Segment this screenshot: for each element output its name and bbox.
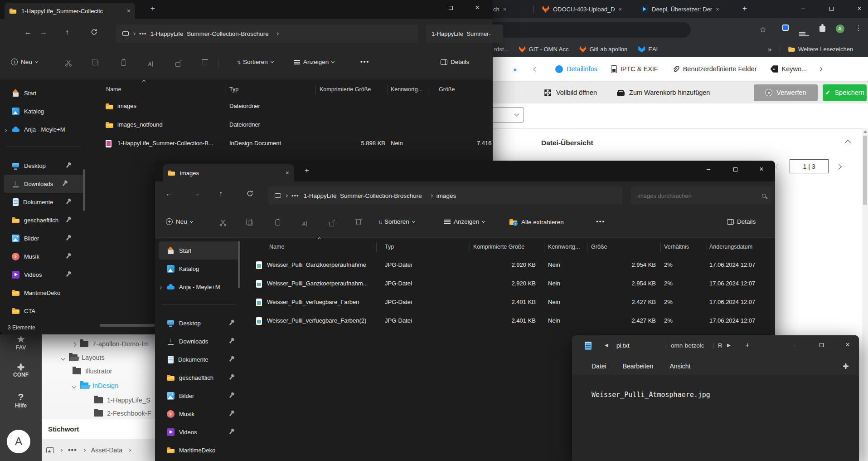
expander-chevron-icon[interactable]	[4, 126, 6, 133]
notepad-tab2[interactable]: omn-betzolc	[671, 342, 704, 349]
sidebar-item[interactable]: Katalog	[0, 102, 88, 120]
file-row[interactable]: images Dateiordner	[88, 97, 493, 116]
view-button[interactable]: Anzeigen	[444, 218, 485, 225]
tab-close-icon[interactable]: ×	[286, 169, 289, 177]
page-prev-icon[interactable]	[775, 164, 781, 170]
breadcrumb-folder[interactable]: 1-HappyLife_Summer-Collection-Broschure	[304, 192, 422, 199]
user-avatar[interactable]: A	[7, 430, 30, 453]
save-button[interactable]: ✓ Speichern	[823, 84, 867, 101]
minimize-button[interactable]: –	[797, 5, 810, 12]
sidebar-item[interactable]: MaritimeDeko	[0, 284, 88, 302]
breadcrumb-folder[interactable]: 1-HappyLife_Summer-Collection-Broschure	[150, 30, 269, 37]
refresh-icon[interactable]	[247, 190, 253, 199]
rename-icon[interactable]: A	[299, 220, 310, 227]
menu-datei[interactable]: Datei	[592, 363, 606, 370]
profile-avatar[interactable]: A	[835, 24, 845, 33]
new-button[interactable]: +Neu	[166, 218, 193, 225]
delete-icon[interactable]	[199, 59, 210, 67]
new-tab-icon[interactable]: +	[305, 166, 309, 175]
puzzle-extensions-icon[interactable]	[817, 25, 827, 34]
sidebar-item[interactable]: CTA	[0, 302, 88, 320]
up-icon[interactable]: ↑	[219, 190, 223, 198]
close-button[interactable]: ×	[755, 165, 768, 173]
tab-close-icon[interactable]: ×	[127, 7, 131, 15]
rail-item-help[interactable]: ? Hilfe	[0, 392, 42, 409]
column-header-password[interactable]: Kennwortg...	[391, 86, 422, 93]
breadcrumb-item[interactable]: Asset-Data	[91, 446, 122, 454]
sidebar-item[interactable]: geschaeftlich	[0, 211, 88, 229]
bookmarks-overflow-icon[interactable]: »	[768, 45, 771, 53]
notepad-tab3[interactable]: R	[718, 342, 723, 349]
search-input[interactable]	[637, 192, 751, 199]
search-icon[interactable]	[762, 194, 766, 198]
sidebar-item[interactable]: Downloads	[155, 332, 243, 350]
column-header-type[interactable]: Typ	[385, 244, 394, 250]
address-bar[interactable]	[480, 22, 691, 38]
file-row[interactable]: Weisser_Pulli_verfuegbare_Farben JPG-Dat…	[243, 293, 775, 312]
breadcrumb-ellipsis[interactable]: •••	[68, 446, 77, 454]
address-bar[interactable]: ••• 1-HappyLife_Summer-Collection-Brosch…	[116, 25, 418, 43]
chrome-menu-icon[interactable]: ⋮	[853, 24, 863, 32]
this-pc-icon[interactable]	[275, 193, 281, 198]
tabs-scroll-left-icon[interactable]: ◀	[605, 343, 608, 348]
sidebar-item[interactable]: Katalog	[155, 260, 243, 278]
sidebar-item[interactable]: Start	[159, 241, 240, 260]
bookmark-star-icon[interactable]: ☆	[758, 25, 768, 34]
maximize-button[interactable]	[815, 341, 828, 348]
column-header-size[interactable]: Größe	[439, 86, 455, 93]
sort-button[interactable]: ↑↓Sortieren	[378, 218, 415, 225]
search-box[interactable]	[426, 25, 503, 43]
tree-chevron-icon[interactable]	[62, 354, 65, 361]
menu-bearbeiten[interactable]: Bearbeiten	[623, 363, 654, 370]
file-row[interactable]: 1-HappyLife_Summer-Collection-B... InDes…	[88, 134, 493, 153]
cut-icon[interactable]	[218, 219, 228, 228]
bookmark-item[interactable]: EAI	[638, 46, 658, 53]
tab-close-icon[interactable]: ×	[716, 6, 719, 13]
fullscreen-button[interactable]: Vollbild öffnen	[556, 89, 597, 96]
extract-all-button[interactable]: Alle extrahieren	[509, 218, 564, 226]
new-tab-icon[interactable]: +	[745, 341, 750, 350]
maximize-button[interactable]	[825, 5, 838, 12]
bookmark-partial[interactable]: rdst...	[494, 46, 509, 53]
column-header-name[interactable]: Name	[269, 244, 284, 250]
view-button[interactable]: Anzeigen	[294, 59, 334, 65]
browser-tab-partial[interactable]: ch ×	[490, 3, 531, 15]
details-pane-button[interactable]: Details	[441, 59, 469, 65]
dam-tab[interactable]: IPTC & EXIF	[611, 65, 658, 73]
file-row[interactable]: Weisser_Pulli_Ganzkoerperaufnahm... JPG-…	[243, 275, 775, 293]
maximize-button[interactable]	[729, 166, 742, 173]
discard-button[interactable]: ✕ Verwerfen	[754, 84, 818, 101]
column-header-name[interactable]: Name	[106, 86, 121, 93]
new-button[interactable]: +Neu	[11, 59, 38, 65]
column-header-type[interactable]: Typ	[229, 86, 238, 93]
sidebar-item[interactable]: Bilder	[155, 387, 243, 405]
dam-tab[interactable]: Benutzerdefinierte Felder	[672, 65, 757, 73]
close-button[interactable]: ×	[471, 4, 484, 12]
sidebar-item[interactable]: Dokumente	[155, 350, 243, 368]
bookmark-item[interactable]: GitLab apollon	[579, 46, 627, 53]
cut-icon[interactable]	[63, 59, 74, 68]
tab-close-icon[interactable]: ×	[619, 6, 622, 13]
more-options-icon[interactable]: •••	[596, 218, 605, 225]
rail-item-conf[interactable]: CONF	[0, 363, 42, 378]
asset-image-icon[interactable]	[46, 447, 54, 453]
file-row[interactable]: Weisser_Pulli_Ganzkoerperaufnahme JPG-Da…	[243, 256, 775, 275]
sort-button[interactable]: ↑↓Sortieren	[237, 59, 273, 65]
page-next-icon[interactable]	[836, 164, 842, 170]
copy-icon[interactable]	[91, 60, 102, 68]
tabs-scroll-left-icon[interactable]	[533, 67, 538, 71]
tree-chevron-icon[interactable]	[73, 340, 76, 348]
tabs-scroll-right-icon[interactable]: ▶	[727, 343, 731, 348]
minimize-button[interactable]: –	[789, 341, 801, 348]
tree-chevron-icon[interactable]	[73, 382, 76, 389]
sidebar-item[interactable]: MaritimeDeko	[155, 441, 243, 459]
breadcrumb-ellipsis[interactable]: •••	[291, 192, 299, 199]
chevron-right-icon[interactable]	[276, 32, 279, 35]
file-row[interactable]: images_notfound Dateiordner	[88, 116, 493, 134]
this-pc-icon[interactable]	[122, 31, 129, 36]
tab-close-icon[interactable]: ×	[503, 6, 507, 13]
delete-icon[interactable]	[353, 219, 364, 226]
sidebar-item[interactable]: Anja - Meyle+M	[0, 120, 88, 138]
tabs-scroll-right-icon[interactable]	[818, 67, 823, 71]
sidebar-expand-icon[interactable]: ››	[513, 65, 516, 73]
